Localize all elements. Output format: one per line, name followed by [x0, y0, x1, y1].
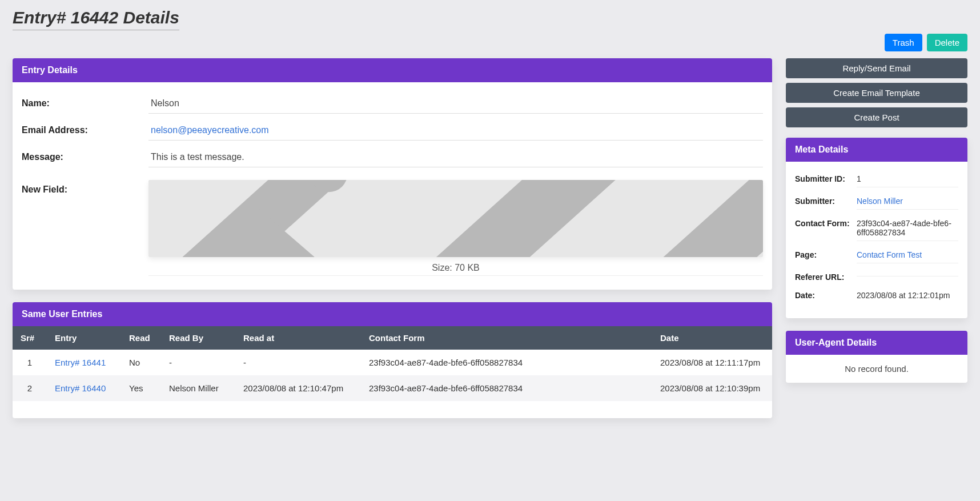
- meta-referer-value: [857, 272, 958, 276]
- create-email-template-button[interactable]: Create Email Template: [786, 83, 967, 103]
- entry-link[interactable]: Entry# 16441: [55, 358, 106, 367]
- message-label: Message:: [22, 147, 148, 162]
- col-readat: Read at: [235, 326, 361, 350]
- attachment-size: Size: 70 KB: [148, 257, 763, 276]
- attachment-thumbnail[interactable]: [148, 180, 763, 257]
- cell-read: No: [121, 350, 161, 375]
- meta-submitter-id-value: 1: [857, 174, 958, 187]
- entry-details-card: Entry Details Name: Nelson Email Address…: [13, 58, 772, 290]
- cell-readby: Nelson Miller: [161, 375, 235, 401]
- cell-sr: 2: [13, 375, 47, 401]
- name-label: Name:: [22, 94, 148, 109]
- entry-details-header: Entry Details: [13, 58, 772, 82]
- col-contactform: Contact Form: [361, 326, 652, 350]
- table-row: 2 Entry# 16440 Yes Nelson Miller 2023/08…: [13, 375, 772, 401]
- create-post-button[interactable]: Create Post: [786, 107, 967, 127]
- meta-page-link[interactable]: Contact Form Test: [857, 250, 922, 259]
- meta-submitter-id-label: Submitter ID:: [795, 174, 857, 183]
- cell-sr: 1: [13, 350, 47, 375]
- meta-contactform-label: Contact Form:: [795, 219, 857, 228]
- meta-submitter-label: Submitter:: [795, 197, 857, 206]
- cell-contactform: 23f93c04-ae87-4ade-bfe6-6ff058827834: [361, 350, 652, 375]
- cell-date: 2023/08/08 at 12:11:17pm: [652, 350, 772, 375]
- cell-contactform: 23f93c04-ae87-4ade-bfe6-6ff058827834: [361, 375, 652, 401]
- meta-details-card: Meta Details Submitter ID: 1 Submitter: …: [786, 138, 967, 318]
- entry-link[interactable]: Entry# 16440: [55, 383, 106, 393]
- same-user-entries-table: Sr# Entry Read Read By Read at Contact F…: [13, 326, 772, 401]
- cell-date: 2023/08/08 at 12:10:39pm: [652, 375, 772, 401]
- user-agent-empty: No record found.: [786, 355, 967, 383]
- col-date: Date: [652, 326, 772, 350]
- user-agent-header: User-Agent Details: [786, 331, 967, 355]
- table-row: 1 Entry# 16441 No - - 23f93c04-ae87-4ade…: [13, 350, 772, 375]
- meta-page-label: Page:: [795, 250, 857, 259]
- meta-date-label: Date:: [795, 291, 857, 300]
- top-actions: Trash Delete: [13, 34, 967, 51]
- col-readby: Read By: [161, 326, 235, 350]
- same-user-entries-header: Same User Entries: [13, 302, 772, 326]
- col-read: Read: [121, 326, 161, 350]
- message-value: This is a test message.: [148, 147, 763, 167]
- cell-readby: -: [161, 350, 235, 375]
- reply-send-email-button[interactable]: Reply/Send Email: [786, 58, 967, 78]
- meta-details-header: Meta Details: [786, 138, 967, 162]
- cell-readat: -: [235, 350, 361, 375]
- email-value-link[interactable]: nelson@peeayecreative.com: [151, 125, 269, 135]
- same-user-entries-card: Same User Entries Sr# Entry Read Read By…: [13, 302, 772, 418]
- email-label: Email Address:: [22, 121, 148, 135]
- delete-button[interactable]: Delete: [927, 34, 967, 51]
- meta-contactform-value: 23f93c04-ae87-4ade-bfe6-6ff058827834: [857, 219, 958, 241]
- col-entry: Entry: [47, 326, 121, 350]
- trash-button[interactable]: Trash: [885, 34, 922, 51]
- user-agent-card: User-Agent Details No record found.: [786, 331, 967, 383]
- meta-referer-label: Referer URL:: [795, 272, 857, 282]
- meta-submitter-link[interactable]: Nelson Miller: [857, 197, 903, 206]
- page-title: Entry# 16442 Details: [13, 5, 179, 30]
- newfield-label: New Field:: [22, 180, 148, 195]
- name-value: Nelson: [148, 94, 763, 114]
- col-sr: Sr#: [13, 326, 47, 350]
- cell-read: Yes: [121, 375, 161, 401]
- cell-readat: 2023/08/08 at 12:10:47pm: [235, 375, 361, 401]
- meta-date-value: 2023/08/08 at 12:12:01pm: [857, 291, 958, 303]
